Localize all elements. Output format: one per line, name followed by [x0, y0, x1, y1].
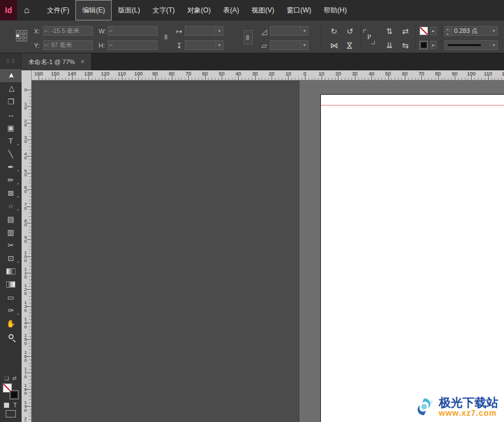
proxy-cell[interactable]	[16, 30, 19, 33]
menubar-item-3[interactable]: 版面(L)	[112, 0, 146, 20]
vertical-grid-tool[interactable]: ▥	[0, 226, 22, 239]
formatting-affects-text-icon[interactable]: T	[13, 402, 16, 408]
proxy-cell[interactable]	[20, 34, 23, 37]
v-ruler-label: 10	[22, 102, 29, 110]
fill-color-expand-button[interactable]: ▸	[430, 41, 437, 49]
select-container-badge[interactable]: P	[363, 29, 375, 44]
x-position-field[interactable]: ▴▾-15.5 毫米	[43, 26, 93, 36]
flip-vertical-button[interactable]: ⋈	[344, 40, 356, 51]
proxy-cell[interactable]	[24, 38, 27, 41]
shear-combo-arrow[interactable]: ▾	[300, 41, 308, 49]
v-ruler-label: 120	[22, 284, 29, 296]
document-page[interactable]: 极光下载站 www.xz7.com	[320, 94, 504, 422]
rotate-ccw-button[interactable]: ↺	[344, 26, 356, 37]
y-position-field[interactable]: ▴▾97 毫米	[43, 40, 93, 50]
fill-swatch-black[interactable]	[10, 390, 19, 399]
tools-panel: ⠿ ⠿ ➤▷❐↔▣T╲✒✏⊠○▤▥✂⊡▭✑✋ ❏ ⇄ T	[0, 53, 22, 422]
eyedropper-tool[interactable]: ✑	[0, 304, 22, 317]
distribute-space-horizontal-icon[interactable]: ⇆	[399, 40, 412, 51]
y-stepper[interactable]: ▴▾	[44, 41, 49, 49]
proxy-cell[interactable]	[20, 38, 23, 41]
selection-tool[interactable]: ➤	[0, 69, 22, 82]
line-tool[interactable]: ╲	[0, 147, 22, 161]
screen-mode-button[interactable]	[6, 410, 16, 417]
formatting-affects-container-icon[interactable]	[4, 403, 9, 408]
stroke-style-combo[interactable]: ▾	[444, 40, 498, 50]
document-tab[interactable]: 未命名-1 @ 77% ×	[22, 53, 92, 70]
stroke-weight-combo[interactable]: 0.283 点 ▾	[451, 26, 498, 36]
w-stepper[interactable]: ▴▾	[108, 27, 113, 35]
scissors-tool[interactable]: ✂	[0, 239, 22, 252]
fill-color-swatch[interactable]	[420, 41, 428, 49]
horizontal-ruler[interactable]: 1601501401301201101009080706050403020100…	[22, 70, 504, 81]
stroke-weight-down[interactable]: ▾	[444, 31, 451, 36]
direct-selection-tool[interactable]: ▷	[0, 82, 22, 95]
height-field[interactable]: ▴▾	[108, 40, 158, 50]
constrain-dimensions-link-icon[interactable]: ∞	[161, 31, 172, 43]
proxy-cell[interactable]	[20, 30, 23, 33]
stroke-color-swatch-none[interactable]	[420, 27, 428, 35]
zoom-tool[interactable]	[0, 330, 22, 343]
scale-x-combo[interactable]: ▾	[185, 26, 223, 36]
free-transform-tool[interactable]: ⊡	[0, 252, 22, 265]
flip-horizontal-button[interactable]: ⋈	[328, 40, 340, 51]
pen-tool[interactable]: ✒	[0, 161, 22, 174]
menubar-item-4[interactable]: 文字(T)	[146, 0, 181, 20]
menubar-item-7[interactable]: 视图(V)	[245, 0, 281, 20]
ellipse-tool[interactable]: ○	[0, 200, 22, 213]
stroke-color-expand-button[interactable]: ▸	[430, 27, 437, 35]
note-tool[interactable]: ▭	[0, 291, 22, 304]
gap-tool[interactable]: ↔	[0, 108, 22, 121]
menubar-item-6[interactable]: 表(A)	[217, 0, 245, 20]
menubar-item-5[interactable]: 对象(O)	[181, 0, 217, 20]
stroke-weight-stepper[interactable]: ▴ ▾	[444, 26, 451, 36]
shear-angle-combo[interactable]: ▾	[270, 40, 308, 50]
menubar-item-2[interactable]: 编辑(E)	[75, 0, 112, 20]
scale-x-combo-arrow[interactable]: ▾	[215, 27, 223, 35]
tab-close-icon[interactable]: ×	[81, 58, 84, 66]
ruler-origin-corner[interactable]	[22, 70, 32, 81]
swap-fill-stroke-icon[interactable]: ⇄	[12, 375, 17, 381]
menubar-item-8[interactable]: 窗口(W)	[281, 0, 317, 20]
rotate-cw-button[interactable]: ↻	[328, 26, 340, 37]
distribute-vertical-icon[interactable]: ⇅	[383, 26, 396, 37]
document-canvas[interactable]: 极光下载站 www.xz7.com	[32, 81, 504, 422]
type-tool[interactable]: T	[0, 134, 22, 147]
home-icon[interactable]: ⌂	[17, 0, 36, 20]
proxy-cell[interactable]	[16, 38, 19, 41]
document-tab-title: 未命名-1 @ 77%	[28, 58, 75, 66]
menubar-item-1[interactable]: 文件(F)	[41, 0, 75, 20]
vertical-ruler[interactable]: 0102030405060708090100110120130140150160…	[22, 81, 32, 422]
gradient-feather-tool[interactable]	[0, 278, 22, 291]
constrain-scale-link-icon[interactable]: ∞	[244, 30, 253, 45]
distribute-space-vertical-icon[interactable]: ⇊	[383, 40, 396, 51]
rectangle-frame-tool[interactable]: ⊠	[0, 187, 22, 200]
content-collector-tool[interactable]: ▣	[0, 121, 22, 134]
pencil-tool[interactable]: ✏	[0, 174, 22, 187]
distribute-horizontal-icon[interactable]: ⇄	[399, 26, 412, 37]
default-fill-stroke-icon[interactable]: ❏	[5, 375, 9, 381]
h-ruler-label: 100	[134, 71, 143, 77]
rotation-combo-arrow[interactable]: ▾	[300, 27, 308, 35]
proxy-cell-selected[interactable]	[16, 34, 19, 37]
reference-point-proxy[interactable]	[16, 30, 27, 41]
h-ruler-label: 30	[252, 71, 258, 77]
stroke-weight-up[interactable]: ▴	[444, 26, 451, 31]
proxy-cell[interactable]	[24, 34, 27, 37]
menubar-item-9[interactable]: 帮助(H)	[317, 0, 353, 20]
width-field[interactable]: ▴▾	[108, 26, 158, 36]
hand-tool[interactable]: ✋	[0, 317, 22, 330]
gradient-swatch-tool[interactable]	[0, 265, 22, 278]
horizontal-grid-tool[interactable]: ▤	[0, 213, 22, 226]
scale-y-combo[interactable]: ▾	[185, 40, 223, 50]
page-tool[interactable]: ❐	[0, 95, 22, 108]
h-stepper[interactable]: ▴▾	[108, 41, 113, 49]
tools-panel-grip[interactable]: ⠿ ⠿	[0, 53, 21, 69]
scale-y-combo-arrow[interactable]: ▾	[215, 41, 223, 49]
stroke-style-combo-arrow[interactable]: ▾	[490, 41, 497, 49]
x-stepper[interactable]: ▴▾	[44, 27, 49, 35]
h-ruler-label: 70	[185, 71, 191, 77]
proxy-cell[interactable]	[24, 30, 27, 33]
rotation-angle-combo[interactable]: ▾	[270, 26, 308, 36]
stroke-weight-combo-arrow[interactable]: ▾	[490, 27, 497, 35]
